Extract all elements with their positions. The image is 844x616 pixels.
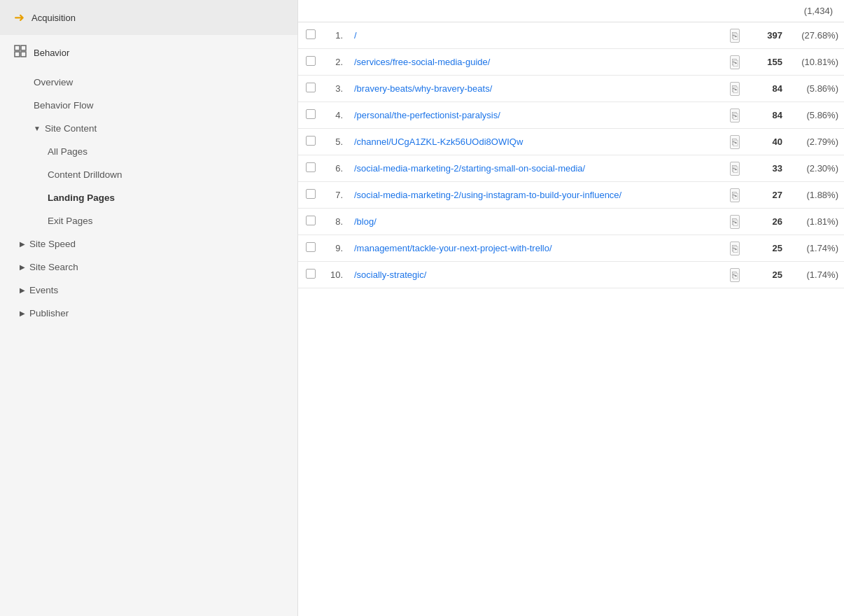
row-pct: (1.88%) bbox=[788, 182, 844, 209]
row-pct: (27.68%) bbox=[788, 22, 844, 49]
row-link[interactable]: /management/tackle-your-next-project-wit… bbox=[354, 243, 552, 253]
sidebar-item-behavior-label: Behavior bbox=[34, 48, 69, 58]
sidebar-item-events-label: Events bbox=[29, 285, 58, 295]
sidebar-item-site-search[interactable]: ▶ Site Search bbox=[0, 255, 297, 279]
row-number: 10. bbox=[323, 262, 349, 288]
row-value: 25 bbox=[746, 262, 788, 288]
row-checkbox[interactable] bbox=[306, 109, 316, 119]
sidebar-item-site-speed-label: Site Speed bbox=[29, 239, 76, 249]
row-copy-icon-cell: ⎘ bbox=[724, 209, 746, 235]
row-copy-icon-cell: ⎘ bbox=[724, 22, 746, 49]
row-checkbox-cell bbox=[298, 182, 323, 209]
row-pct: (1.81%) bbox=[788, 209, 844, 235]
row-checkbox[interactable] bbox=[306, 83, 316, 92]
row-checkbox-cell bbox=[298, 155, 323, 182]
sidebar-item-publisher[interactable]: ▶ Publisher bbox=[0, 302, 297, 325]
row-copy-icon-cell: ⎘ bbox=[724, 129, 746, 155]
table-row: 5. /channel/UCgA1ZKL-Kzk56UOdi8OWIQw ⎘ 4… bbox=[298, 129, 844, 155]
row-copy-icon-cell: ⎘ bbox=[724, 155, 746, 182]
sidebar-item-acquisition[interactable]: ➜ Acquisition bbox=[0, 0, 297, 35]
sidebar-item-behavior-flow[interactable]: Behavior Flow bbox=[0, 94, 297, 117]
row-copy-icon-cell: ⎘ bbox=[724, 235, 746, 262]
row-checkbox[interactable] bbox=[306, 136, 316, 146]
row-link[interactable]: /social-media-marketing-2/starting-small… bbox=[354, 163, 585, 174]
row-checkbox[interactable] bbox=[306, 56, 316, 66]
sidebar-item-events[interactable]: ▶ Events bbox=[0, 279, 297, 302]
sidebar-item-landing-pages-label: Landing Pages bbox=[48, 192, 115, 203]
events-arrow-icon: ▶ bbox=[20, 286, 25, 294]
sidebar-item-publisher-label: Publisher bbox=[29, 308, 69, 318]
copy-icon[interactable]: ⎘ bbox=[730, 55, 740, 69]
row-value: 27 bbox=[746, 182, 788, 209]
site-search-arrow-icon: ▶ bbox=[20, 263, 25, 271]
row-value: 26 bbox=[746, 209, 788, 235]
sidebar-item-landing-pages[interactable]: Landing Pages bbox=[0, 186, 297, 209]
row-copy-icon-cell: ⎘ bbox=[724, 262, 746, 288]
row-link[interactable]: /blog/ bbox=[354, 216, 377, 227]
row-link-cell: /social-media-marketing-2/using-instagra… bbox=[349, 182, 724, 209]
copy-icon[interactable]: ⎘ bbox=[730, 241, 740, 255]
row-number: 1. bbox=[323, 22, 349, 49]
top-count: (1,434) bbox=[804, 6, 833, 16]
row-link[interactable]: /social-media-marketing-2/using-instagra… bbox=[354, 190, 621, 200]
row-link[interactable]: /channel/UCgA1ZKL-Kzk56UOdi8OWIQw bbox=[354, 136, 523, 147]
row-link[interactable]: / bbox=[354, 30, 357, 41]
row-link[interactable]: /services/free-social-media-guide/ bbox=[354, 57, 490, 67]
row-link-cell: / bbox=[349, 22, 724, 49]
row-checkbox[interactable] bbox=[306, 216, 316, 225]
copy-icon[interactable]: ⎘ bbox=[730, 268, 740, 282]
copy-icon[interactable]: ⎘ bbox=[730, 135, 740, 149]
sidebar-item-acquisition-label: Acquisition bbox=[31, 13, 76, 23]
table-row: 9. /management/tackle-your-next-project-… bbox=[298, 235, 844, 262]
sidebar-item-site-content[interactable]: ▼ Site Content bbox=[0, 117, 297, 140]
row-link[interactable]: /bravery-beats/why-bravery-beats/ bbox=[354, 83, 492, 94]
row-link[interactable]: /personal/the-perfectionist-paralysis/ bbox=[354, 110, 500, 120]
row-number: 9. bbox=[323, 235, 349, 262]
svg-rect-2 bbox=[15, 52, 20, 57]
row-pct: (1.74%) bbox=[788, 262, 844, 288]
row-link-cell: /blog/ bbox=[349, 209, 724, 235]
sidebar-item-all-pages[interactable]: All Pages bbox=[0, 140, 297, 163]
site-content-arrow-icon: ▼ bbox=[34, 125, 41, 132]
sidebar-item-content-drilldown[interactable]: Content Drilldown bbox=[0, 163, 297, 186]
table-row: 4. /personal/the-perfectionist-paralysis… bbox=[298, 102, 844, 129]
row-pct: (1.74%) bbox=[788, 235, 844, 262]
row-value: 40 bbox=[746, 129, 788, 155]
copy-icon[interactable]: ⎘ bbox=[730, 188, 740, 202]
row-checkbox-cell bbox=[298, 76, 323, 102]
table-row: 10. /socially-strategic/ ⎘ 25 (1.74%) bbox=[298, 262, 844, 288]
site-speed-arrow-icon: ▶ bbox=[20, 240, 25, 248]
copy-icon[interactable]: ⎘ bbox=[730, 108, 740, 122]
acquisition-icon: ➜ bbox=[14, 10, 24, 25]
row-checkbox-cell bbox=[298, 129, 323, 155]
row-checkbox[interactable] bbox=[306, 189, 316, 199]
sidebar-item-site-speed[interactable]: ▶ Site Speed bbox=[0, 232, 297, 255]
table-row: 7. /social-media-marketing-2/using-insta… bbox=[298, 182, 844, 209]
row-link[interactable]: /socially-strategic/ bbox=[354, 270, 426, 280]
sidebar-item-overview[interactable]: Overview bbox=[0, 71, 297, 94]
table-row: 6. /social-media-marketing-2/starting-sm… bbox=[298, 155, 844, 182]
copy-icon[interactable]: ⎘ bbox=[730, 82, 740, 96]
row-number: 6. bbox=[323, 155, 349, 182]
row-link-cell: /channel/UCgA1ZKL-Kzk56UOdi8OWIQw bbox=[349, 129, 724, 155]
copy-icon[interactable]: ⎘ bbox=[730, 162, 740, 176]
row-link-cell: /management/tackle-your-next-project-wit… bbox=[349, 235, 724, 262]
row-pct: (10.81%) bbox=[788, 49, 844, 76]
row-value: 397 bbox=[746, 22, 788, 49]
sidebar-item-behavior[interactable]: Behavior bbox=[0, 35, 297, 71]
row-copy-icon-cell: ⎘ bbox=[724, 49, 746, 76]
row-checkbox[interactable] bbox=[306, 242, 316, 252]
svg-rect-0 bbox=[15, 46, 20, 50]
copy-icon[interactable]: ⎘ bbox=[730, 215, 740, 229]
copy-icon[interactable]: ⎘ bbox=[730, 29, 740, 43]
row-checkbox[interactable] bbox=[306, 29, 316, 39]
table-row: 8. /blog/ ⎘ 26 (1.81%) bbox=[298, 209, 844, 235]
row-checkbox-cell bbox=[298, 209, 323, 235]
row-checkbox[interactable] bbox=[306, 162, 316, 172]
sidebar: ➜ Acquisition Behavior Overview Behavior… bbox=[0, 0, 298, 616]
table-row: 2. /services/free-social-media-guide/ ⎘ … bbox=[298, 49, 844, 76]
row-checkbox[interactable] bbox=[306, 269, 316, 279]
row-link-cell: /social-media-marketing-2/starting-small… bbox=[349, 155, 724, 182]
sidebar-item-exit-pages[interactable]: Exit Pages bbox=[0, 209, 297, 232]
table-row: 3. /bravery-beats/why-bravery-beats/ ⎘ 8… bbox=[298, 76, 844, 102]
